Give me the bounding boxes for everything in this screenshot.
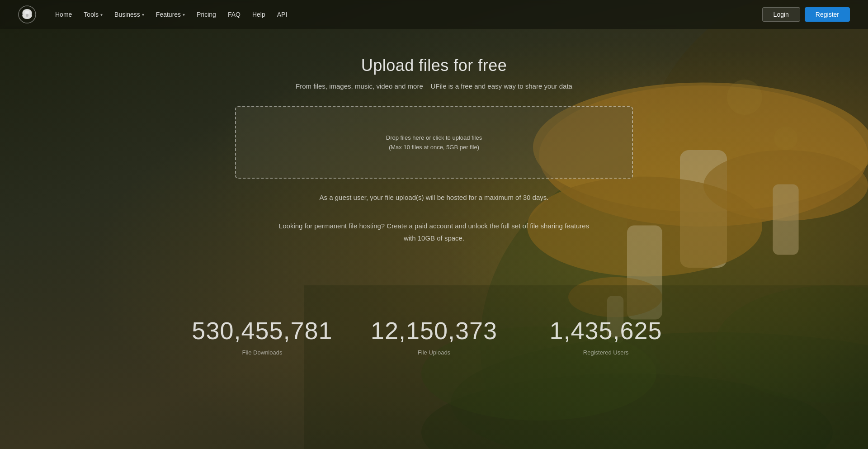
guest-note: As a guest user, your file upload(s) wil… [276,191,592,244]
stat-downloads: 530,455,781 File Downloads [176,317,348,356]
hero-section: Upload files for free From files, images… [0,29,868,289]
svg-point-20 [26,14,28,17]
stat-downloads-number: 530,455,781 [176,317,348,345]
stat-uploads-number: 12,150,373 [348,317,520,345]
chevron-down-icon: ▾ [100,12,103,17]
upload-dropzone[interactable]: Drop files here or click to upload files… [235,106,633,179]
hero-subtitle: From files, images, music, video and mor… [9,82,859,90]
hero-title: Upload files for free [9,56,859,75]
register-button[interactable]: Register [805,7,850,22]
guest-note-line1: As a guest user, your file upload(s) wil… [276,191,592,203]
nav-item-pricing[interactable]: Pricing [192,7,221,22]
navigation: Home Tools ▾ Business ▾ Feature [0,0,868,29]
stat-uploads-label: File Uploads [418,349,450,356]
stat-uploads: 12,150,373 File Uploads [348,317,520,356]
login-button[interactable]: Login [762,7,800,22]
nav-link-home[interactable]: Home [51,7,76,22]
guest-note-line2: Looking for permanent file hosting? Crea… [276,220,592,244]
nav-item-api[interactable]: API [273,7,292,22]
nav-link-api[interactable]: API [273,7,292,22]
nav-item-features[interactable]: Features ▾ [151,7,189,22]
nav-item-tools[interactable]: Tools ▾ [79,7,107,22]
nav-item-help[interactable]: Help [248,7,270,22]
nav-link-help[interactable]: Help [248,7,270,22]
stat-users-label: Registered Users [583,349,628,356]
nav-item-business[interactable]: Business ▾ [110,7,149,22]
chevron-down-icon: ▾ [142,12,144,17]
nav-link-business[interactable]: Business ▾ [110,7,149,22]
nav-links: Home Tools ▾ Business ▾ Feature [51,7,292,22]
nav-link-faq[interactable]: FAQ [223,7,245,22]
stat-downloads-label: File Downloads [242,349,283,356]
upload-drop-text: Drop files here or click to upload files [254,134,614,141]
nav-link-tools[interactable]: Tools ▾ [79,7,107,22]
logo[interactable] [18,5,36,24]
nav-item-faq[interactable]: FAQ [223,7,245,22]
stats-section: 530,455,781 File Downloads 12,150,373 Fi… [0,289,868,383]
stat-users-number: 1,435,625 [520,317,692,345]
nav-right: Login Register [762,7,850,22]
nav-left: Home Tools ▾ Business ▾ Feature [18,5,292,24]
chevron-down-icon: ▾ [183,12,185,17]
stat-users: 1,435,625 Registered Users [520,317,692,356]
nav-link-features[interactable]: Features ▾ [151,7,189,22]
upload-limit-text: (Max 10 files at once, 5GB per file) [254,144,614,151]
nav-link-pricing[interactable]: Pricing [192,7,221,22]
nav-item-home[interactable]: Home [51,7,76,22]
